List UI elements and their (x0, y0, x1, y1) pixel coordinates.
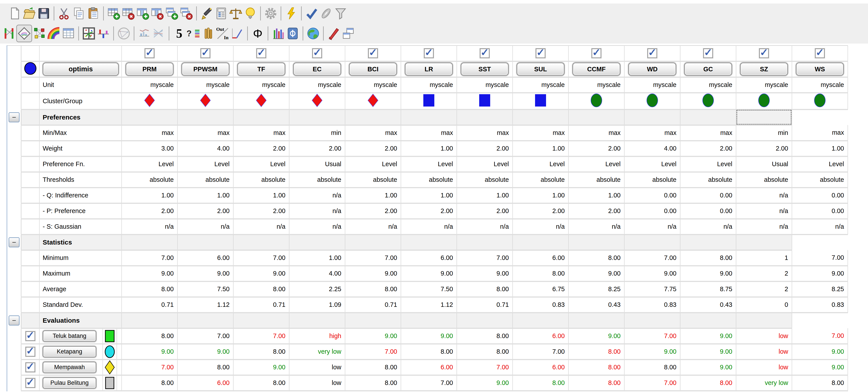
column-checkbox[interactable] (815, 49, 825, 58)
minimum-cell[interactable]: 7.00 (122, 250, 178, 265)
p-preference-cell[interactable]: 2.00 (401, 203, 457, 219)
unit-cell[interactable]: myscale (401, 77, 457, 93)
maximum-cell[interactable]: 9.00 (122, 265, 178, 281)
preference-fn-cell[interactable]: Level (792, 156, 848, 172)
network-button[interactable] (32, 25, 46, 41)
criterion-button[interactable]: WD (628, 62, 676, 76)
maximum-cell[interactable]: 9.00 (345, 265, 401, 281)
minmax-cell[interactable]: max (680, 125, 736, 141)
p-preference-cell[interactable]: 2.00 (513, 203, 568, 219)
new-file-button[interactable] (7, 5, 22, 22)
standard-dev-cell[interactable]: 0.71 (457, 297, 513, 312)
standard-dev-cell[interactable]: 0.43 (568, 297, 624, 312)
column-checkbox[interactable] (312, 49, 322, 58)
maximum-cell[interactable]: 9.00 (680, 265, 736, 281)
maximum-cell[interactable]: 2 (736, 265, 792, 281)
criterion-button[interactable]: EC (293, 62, 341, 76)
s-gaussian-cell[interactable]: n/a (568, 219, 624, 234)
cluster-cell[interactable] (457, 93, 513, 109)
evaluation-cell[interactable]: 9.00 (680, 359, 736, 375)
criterion-button[interactable]: SZ (740, 62, 788, 76)
q-indifference-cell[interactable]: 1.00 (345, 188, 401, 203)
standard-dev-cell[interactable]: 0.83 (792, 297, 848, 312)
standard-dev-cell[interactable]: 0.43 (680, 297, 736, 312)
unit-cell[interactable]: myscale (178, 77, 233, 93)
cluster-cell[interactable] (122, 93, 178, 109)
minmax-cell[interactable]: max (345, 125, 401, 141)
maximum-cell[interactable]: 9.00 (457, 265, 513, 281)
unit-cell[interactable]: myscale (624, 77, 680, 93)
criterion-button[interactable]: CCMF (572, 62, 620, 76)
minmax-cell[interactable]: max (792, 125, 848, 141)
thresholds-cell[interactable]: absolute (233, 172, 289, 188)
column-checkbox[interactable] (592, 49, 601, 58)
weight-cell[interactable]: 4.00 (178, 141, 233, 156)
evaluation-cell[interactable]: 8.00 (233, 344, 289, 359)
s-gaussian-cell[interactable]: n/a (233, 219, 289, 234)
minmax-cell[interactable]: max (401, 125, 457, 141)
minimum-cell[interactable]: 7.00 (345, 250, 401, 265)
cluster-cell[interactable] (289, 93, 345, 109)
unit-cell[interactable]: myscale (345, 77, 401, 93)
preference-fn-cell[interactable]: Level (457, 156, 513, 172)
q-indifference-cell[interactable]: 1.00 (457, 188, 513, 203)
thresholds-cell[interactable]: absolute (345, 172, 401, 188)
evaluation-cell[interactable]: 8.00 (345, 359, 401, 375)
validate-check-button[interactable] (304, 5, 319, 22)
evaluation-cell[interactable]: 8.00 (178, 359, 233, 375)
rainbow-button[interactable] (46, 25, 61, 41)
evaluation-cell[interactable]: 8.00 (792, 375, 848, 391)
s-gaussian-cell[interactable]: n/a (513, 219, 568, 234)
maximum-cell[interactable]: 8.00 (513, 265, 568, 281)
minimum-cell[interactable]: 1.00 (289, 250, 345, 265)
minmax-cell[interactable]: max (233, 125, 289, 141)
column-checkbox[interactable] (759, 49, 769, 58)
evaluation-cell[interactable]: very low (736, 375, 792, 391)
p-preference-cell[interactable]: n/a (736, 203, 792, 219)
weight-cell[interactable]: 1.00 (513, 141, 568, 156)
minimum-cell[interactable]: 7.00 (792, 250, 848, 265)
evaluation-cell[interactable]: 7.00 (401, 375, 457, 391)
s-gaussian-cell[interactable]: n/a (401, 219, 457, 234)
add-table-button[interactable] (106, 5, 121, 22)
evaluation-cell[interactable]: 9.00 (568, 328, 624, 344)
gaia-plane-button[interactable] (82, 25, 96, 41)
unit-cell[interactable]: myscale (457, 77, 513, 93)
s-gaussian-cell[interactable]: n/a (457, 219, 513, 234)
evaluation-cell[interactable]: 7.00 (233, 328, 289, 344)
phi-flows-button[interactable]: Φ (250, 25, 265, 41)
unit-cell[interactable]: myscale (513, 77, 568, 93)
selected-cell[interactable] (736, 109, 792, 125)
average-cell[interactable]: 7.75 (624, 281, 680, 297)
gaia-web-button[interactable] (117, 25, 131, 41)
lightbulb-button[interactable] (243, 5, 257, 22)
criterion-button[interactable]: TF (237, 62, 285, 76)
run-lightning-button[interactable] (284, 5, 299, 22)
action-checkbox[interactable] (26, 363, 35, 372)
weight-cell[interactable]: 3.00 (122, 141, 178, 156)
cluster-cell[interactable] (624, 93, 680, 109)
evaluation-cell[interactable]: 8.00 (233, 375, 289, 391)
action-button[interactable]: Ketapang (43, 346, 96, 358)
minmax-cell[interactable]: max (457, 125, 513, 141)
collapse-preferences-button[interactable] (8, 112, 20, 122)
minimum-cell[interactable]: 6.00 (178, 250, 233, 265)
evaluation-cell[interactable]: 8.00 (345, 375, 401, 391)
p-preference-cell[interactable]: 2.00 (568, 203, 624, 219)
preference-fn-cell[interactable]: Level (178, 156, 233, 172)
s-gaussian-cell[interactable]: n/a (122, 219, 178, 234)
profile-chart-button[interactable] (137, 25, 152, 41)
thresholds-cell[interactable]: absolute (736, 172, 792, 188)
evaluation-cell[interactable]: 8.00 (680, 375, 736, 391)
evaluation-cell[interactable]: 9.00 (792, 344, 848, 359)
criteria-list-button[interactable] (214, 5, 228, 22)
evaluation-cell[interactable]: 9.00 (624, 344, 680, 359)
delete-stacked-table-button[interactable] (179, 5, 193, 22)
cluster-cell[interactable] (513, 93, 568, 109)
p-preference-cell[interactable]: n/a (289, 203, 345, 219)
evaluation-cell[interactable]: 7.00 (345, 344, 401, 359)
preference-fn-cell[interactable]: Level (513, 156, 568, 172)
delete-table-button[interactable] (121, 5, 135, 22)
minimum-cell[interactable]: 7.00 (233, 250, 289, 265)
filter-funnel-button[interactable] (333, 5, 348, 22)
